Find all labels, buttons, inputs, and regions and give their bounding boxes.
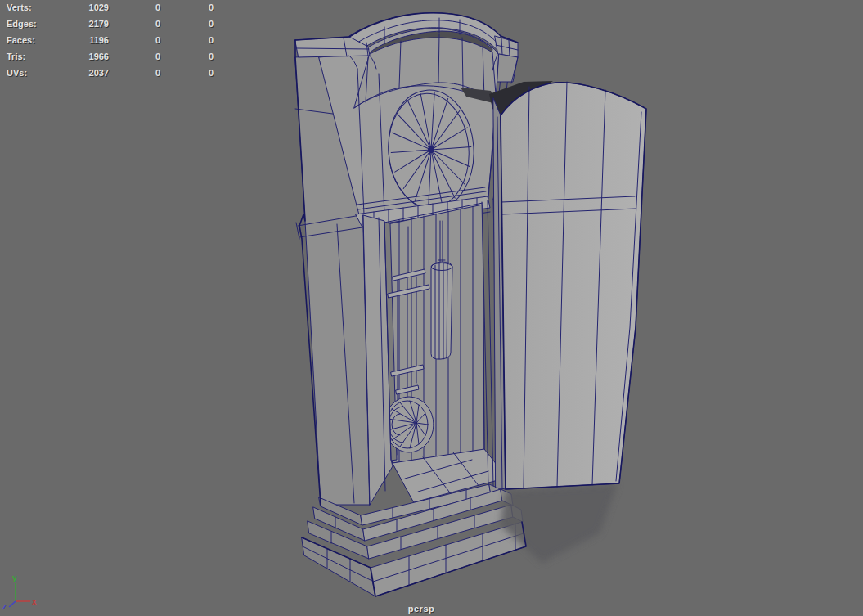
viewport-3d[interactable]: Verts: 1029 0 0 Edges: 2179 0 0 Faces: 1…: [0, 0, 863, 616]
hud-label: UVs:: [7, 67, 27, 79]
hud-value-col2: 0: [152, 34, 164, 46]
hud-value-total: 1029: [54, 2, 109, 13]
hud-value-col2: 0: [152, 67, 164, 79]
view-axis-gizmo: y x z: [0, 570, 52, 616]
hud-value-total: 1966: [54, 51, 109, 62]
hud-value-col2: 0: [152, 18, 164, 29]
hud-value-col3: 0: [205, 2, 217, 13]
hud-value-col3: 0: [205, 67, 217, 79]
hud-value-col2: 0: [152, 51, 164, 62]
hud-value-total: 2179: [54, 18, 109, 29]
hud-label: Verts:: [7, 2, 32, 13]
z-axis-label: z: [2, 602, 7, 611]
door-ground-shadow: [501, 483, 618, 563]
hud-value-col3: 0: [205, 51, 217, 62]
weight-cylinder[interactable]: [431, 260, 452, 359]
pendulum-bob[interactable]: [384, 397, 434, 452]
camera-name-label: persp: [408, 604, 434, 614]
z-axis-line: [9, 601, 16, 607]
clock-model-wireframe[interactable]: [0, 0, 863, 616]
hud-value-col3: 0: [205, 18, 217, 29]
clock-door[interactable]: [493, 82, 646, 489]
hud-value-col2: 0: [152, 2, 164, 13]
hud-value-total: 2037: [54, 67, 109, 79]
y-axis-label: y: [12, 573, 17, 582]
x-axis-label: x: [32, 597, 37, 606]
hud-value-total: 1196: [54, 34, 109, 46]
hud-label: Tris:: [7, 51, 25, 62]
hud-label: Edges:: [7, 18, 37, 29]
hud-value-col3: 0: [205, 34, 217, 46]
hud-label: Faces:: [7, 34, 35, 46]
